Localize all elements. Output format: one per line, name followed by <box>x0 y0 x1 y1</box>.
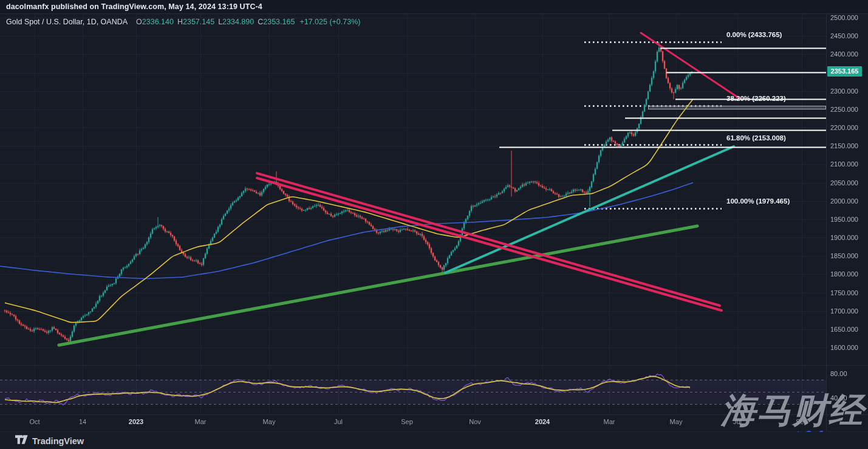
chart-canvas[interactable] <box>0 0 868 449</box>
last-price-badge: 2353.165 <box>827 66 862 77</box>
rsi-tick-label: 80.00 <box>830 370 866 377</box>
time-axis-label: Mar <box>195 418 207 425</box>
fib-level-label: 38.20% (2260.223) <box>726 95 786 102</box>
price-tick-label: 1950.000 <box>830 216 866 223</box>
time-axis-label: Nov <box>469 418 481 425</box>
time-axis-label: Mar <box>604 418 615 425</box>
ohlc-values: O2336.140H2357.145L2334.890C2353.165 <box>132 18 295 26</box>
publish-header: dacolmanfx published on TradingView.com,… <box>0 0 868 14</box>
fib-level-label: 0.00% (2433.765) <box>726 31 782 38</box>
tradingview-brand[interactable]: TradingView <box>15 435 84 447</box>
published-chart-page: dacolmanfx published on TradingView.com,… <box>0 0 868 449</box>
fib-level-label: 61.80% (2153.008) <box>726 134 786 142</box>
ohlc-value: 2334.890 <box>222 18 254 26</box>
time-axis-label: 2024 <box>535 418 550 425</box>
price-tick-label: 1900.000 <box>830 234 866 241</box>
price-tick-label: 2450.000 <box>830 32 866 39</box>
price-tick-label: 2200.000 <box>830 124 866 131</box>
footer-bar: TradingView <box>0 432 868 449</box>
ohlc-value: 2353.165 <box>263 18 295 26</box>
time-axis-label: 2023 <box>129 418 143 425</box>
ohlc-value: 2336.140 <box>142 18 174 26</box>
price-tick-label: 2050.000 <box>830 179 866 187</box>
price-tick-label: 2300.000 <box>830 87 866 95</box>
time-axis-label: May <box>670 418 683 425</box>
price-tick-label: 1850.000 <box>830 252 866 259</box>
time-axis-label: May <box>263 418 276 425</box>
price-tick-label: 2100.000 <box>830 160 866 168</box>
time-axis-label: Oct <box>29 418 39 425</box>
price-tick-label: 2400.000 <box>830 50 866 58</box>
price-tick-label: 2000.000 <box>830 197 866 205</box>
fib-level-label: 100.00% (1979.465) <box>726 197 790 205</box>
change-value: +17.025 (+0.73%) <box>299 18 360 26</box>
time-axis-label: Jul <box>334 418 343 425</box>
price-tick-label: 2150.000 <box>830 142 866 149</box>
publish-header-text: dacolmanfx published on TradingView.com,… <box>6 2 262 11</box>
tradingview-logo-icon <box>15 435 28 447</box>
ohlc-label: C <box>258 18 263 26</box>
price-tick-label: 1650.000 <box>830 326 866 333</box>
ohlc-label: H <box>177 18 183 26</box>
symbol-title: Gold Spot / U.S. Dollar, 1D, OANDA <box>6 18 128 26</box>
price-tick-label: 2250.000 <box>830 106 866 113</box>
ohlc-value: 2357.145 <box>183 18 214 26</box>
tradingview-brand-text: TradingView <box>32 436 84 446</box>
time-axis-label: Sep <box>401 418 413 425</box>
price-tick-label: 1800.000 <box>830 270 866 278</box>
price-tick-label: 2500.000 <box>830 14 866 21</box>
time-axis-label: 14 <box>79 418 86 425</box>
price-tick-label: 1750.000 <box>830 289 866 296</box>
ohlc-label: O <box>136 18 142 26</box>
price-tick-label: 1600.000 <box>830 344 866 351</box>
symbol-legend[interactable]: Gold Spot / U.S. Dollar, 1D, OANDAO2336.… <box>6 18 360 26</box>
pane-separator[interactable] <box>0 365 868 366</box>
price-tick-label: 1700.000 <box>830 307 866 315</box>
price-axis-border <box>826 13 827 431</box>
